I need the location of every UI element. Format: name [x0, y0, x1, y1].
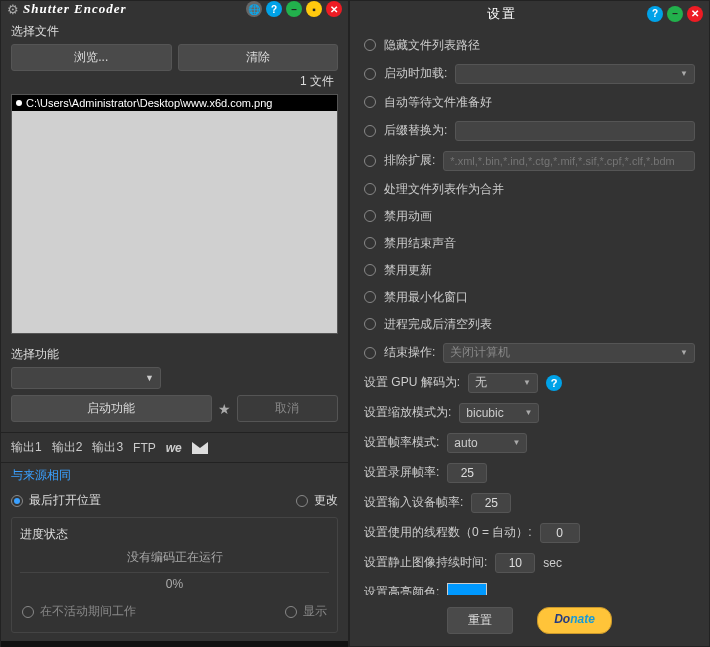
record-fps-input[interactable]: 25 [447, 463, 487, 483]
chevron-down-icon: ▼ [680, 348, 688, 357]
exclude-ext-input[interactable] [443, 151, 695, 171]
opt-clear-after-label: 进程完成后清空列表 [384, 316, 492, 333]
cancel-button[interactable]: 取消 [237, 395, 338, 422]
input-fps-input[interactable]: 25 [471, 493, 511, 513]
opt-disable-sound-radio[interactable] [364, 237, 376, 249]
titlebar: ⚙ Shutter Encoder 🌐 ? – ▪ ✕ [1, 1, 348, 17]
file-list-item[interactable]: C:\Users\Administrator\Desktop\www.x6d.c… [12, 95, 337, 111]
tab-output1[interactable]: 输出1 [11, 439, 42, 456]
close-icon[interactable]: ✕ [687, 6, 703, 22]
file-list[interactable]: C:\Users\Administrator\Desktop\www.x6d.c… [11, 94, 338, 334]
scale-mode-label: 设置缩放模式为: [364, 404, 451, 421]
chevron-down-icon: ▼ [512, 438, 520, 447]
opt-hide-path-label: 隐藏文件列表路径 [384, 37, 480, 54]
opt-suffix-radio[interactable] [364, 125, 376, 137]
chevron-down-icon: ▼ [524, 408, 532, 417]
fps-mode-select[interactable]: auto▼ [447, 433, 527, 453]
donate-button[interactable]: Donate [537, 607, 612, 634]
settings-window: 设置 ? – ✕ 隐藏文件列表路径 启动时加载:▼ 自动等待文件准备好 后缀替换… [349, 0, 710, 647]
threads-input[interactable]: 0 [540, 523, 580, 543]
gpu-decode-label: 设置 GPU 解码为: [364, 374, 460, 391]
progress-percent: 0% [20, 572, 329, 591]
fps-mode-label: 设置帧率模式: [364, 434, 439, 451]
accent-color-label: 设置高亮颜色: [364, 584, 439, 595]
opt-exclude-label: 排除扩展: [384, 152, 435, 169]
progress-title: 进度状态 [20, 526, 329, 543]
settings-title: 设置 [356, 5, 647, 23]
choose-function-label: 选择功能 [11, 346, 338, 363]
minimize-icon[interactable]: – [286, 1, 302, 17]
progress-section: 进度状态 没有编码正在运行 0% 在不活动期间工作 显示 [11, 517, 338, 633]
settings-gear-icon[interactable]: ⚙ [7, 2, 19, 17]
clear-button[interactable]: 清除 [178, 44, 339, 71]
end-action-select[interactable]: 关闭计算机▼ [443, 343, 695, 363]
function-select[interactable]: ▼ [11, 367, 161, 389]
opt-suffix-label: 后缀替换为: [384, 122, 447, 139]
reduce-icon[interactable]: ▪ [306, 1, 322, 17]
accent-color-picker[interactable] [447, 583, 487, 595]
gpu-decode-select[interactable]: 无▼ [468, 373, 538, 393]
reset-button[interactable]: 重置 [447, 607, 513, 634]
tab-ftp[interactable]: FTP [133, 441, 156, 455]
open-last-location-radio[interactable] [11, 495, 23, 507]
show-label: 显示 [303, 603, 327, 620]
close-icon[interactable]: ✕ [326, 1, 342, 17]
globe-icon[interactable]: 🌐 [246, 1, 262, 17]
chevron-down-icon: ▼ [145, 373, 154, 383]
opt-disable-update-label: 禁用更新 [384, 262, 432, 279]
same-as-source-link[interactable]: 与来源相同 [1, 463, 348, 488]
idle-work-radio[interactable] [22, 606, 34, 618]
file-path: C:\Users\Administrator\Desktop\www.x6d.c… [26, 97, 272, 109]
record-fps-label: 设置录屏帧率: [364, 464, 439, 481]
progress-status: 没有编码正在运行 [20, 549, 329, 566]
scale-mode-select[interactable]: bicubic▼ [459, 403, 539, 423]
opt-merge-label: 处理文件列表作为合并 [384, 181, 504, 198]
settings-footer: 重置 Donate [350, 595, 709, 646]
tab-output2[interactable]: 输出2 [52, 439, 83, 456]
still-dur-input[interactable]: 10 [495, 553, 535, 573]
change-radio[interactable] [296, 495, 308, 507]
bullet-icon [16, 100, 22, 106]
mail-icon[interactable] [192, 442, 208, 454]
opt-hide-path-radio[interactable] [364, 39, 376, 51]
tab-we[interactable]: we [166, 441, 182, 455]
chevron-down-icon: ▼ [680, 69, 688, 78]
opt-disable-sound-label: 禁用结束声音 [384, 235, 456, 252]
opt-wait-ready-label: 自动等待文件准备好 [384, 94, 492, 111]
opt-wait-ready-radio[interactable] [364, 96, 376, 108]
opt-merge-radio[interactable] [364, 183, 376, 195]
opt-load-start-radio[interactable] [364, 68, 376, 80]
opt-disable-anim-label: 禁用动画 [384, 208, 432, 225]
input-fps-label: 设置输入设备帧率: [364, 494, 463, 511]
opt-disable-min-radio[interactable] [364, 291, 376, 303]
file-count: 1 文件 [11, 71, 338, 94]
opt-load-start-label: 启动时加载: [384, 65, 447, 82]
favorite-star-icon[interactable]: ★ [218, 401, 231, 417]
sec-label: sec [543, 556, 562, 570]
opt-end-action-radio[interactable] [364, 347, 376, 359]
load-on-start-select[interactable]: ▼ [455, 64, 695, 84]
footer: by Paul Pacifico [1, 641, 348, 647]
help-icon[interactable]: ? [266, 1, 282, 17]
opt-disable-min-label: 禁用最小化窗口 [384, 289, 468, 306]
open-last-location-label: 最后打开位置 [29, 492, 101, 509]
start-function-button[interactable]: 启动功能 [11, 395, 212, 422]
suffix-input[interactable] [455, 121, 695, 141]
show-radio[interactable] [285, 606, 297, 618]
opt-exclude-radio[interactable] [364, 155, 376, 167]
tab-output3[interactable]: 输出3 [92, 439, 123, 456]
still-dur-label: 设置静止图像持续时间: [364, 554, 487, 571]
minimize-icon[interactable]: – [667, 6, 683, 22]
help-icon[interactable]: ? [647, 6, 663, 22]
opt-clear-after-radio[interactable] [364, 318, 376, 330]
app-title: Shutter Encoder [23, 1, 246, 17]
idle-work-label: 在不活动期间工作 [40, 603, 136, 620]
browse-button[interactable]: 浏览... [11, 44, 172, 71]
opt-disable-anim-radio[interactable] [364, 210, 376, 222]
help-icon[interactable]: ? [546, 375, 562, 391]
output-tabs: 输出1 输出2 输出3 FTP we [1, 432, 348, 463]
opt-end-action-label: 结束操作: [384, 344, 435, 361]
opt-disable-update-radio[interactable] [364, 264, 376, 276]
choose-function-section: 选择功能 ▼ 启动功能 ★ 取消 [1, 340, 348, 428]
settings-titlebar: 设置 ? – ✕ [350, 1, 709, 27]
